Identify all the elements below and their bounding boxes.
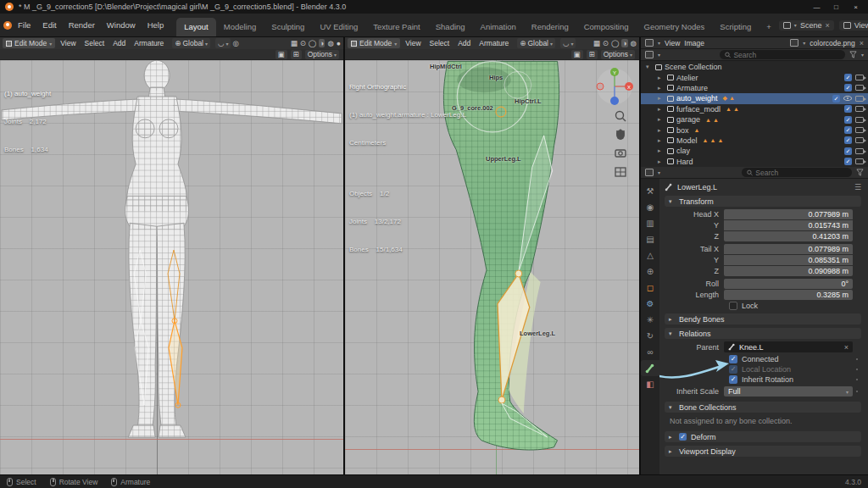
image-menu-image[interactable]: Image: [684, 39, 704, 47]
shading-material-icon[interactable]: ◍: [631, 39, 637, 47]
menu-add[interactable]: Add: [454, 39, 474, 47]
camera-icon[interactable]: [855, 158, 864, 164]
outliner-row-auto-weight[interactable]: ▸ auto_weight ◆▲ ✓: [641, 93, 868, 103]
outliner-search[interactable]: [720, 50, 845, 59]
active-bone-name[interactable]: LowerLeg.L: [677, 183, 717, 191]
length-field[interactable]: 0.3285 m: [724, 290, 853, 300]
shading-solid-icon[interactable]: ◑: [319, 39, 325, 47]
xray-toggle-icon[interactable]: ▦: [593, 39, 600, 47]
deform-panel-header[interactable]: ▸ ✓ Deform: [665, 431, 861, 442]
disclosure-icon[interactable]: ▸: [658, 75, 665, 81]
local-location-checkbox[interactable]: ✓: [729, 365, 737, 374]
gizmo-x-negative[interactable]: [597, 83, 604, 90]
image-datablock-icon[interactable]: [790, 39, 798, 47]
inherit-rotation-checkbox[interactable]: ✓: [729, 375, 737, 384]
disclosure-icon[interactable]: ▸: [658, 137, 665, 144]
tab-object-icon[interactable]: ◻: [641, 280, 659, 296]
overlays-icon[interactable]: ⊙: [300, 39, 306, 47]
image-name[interactable]: colorcode.png: [810, 39, 854, 47]
exclude-checkbox[interactable]: ✓: [844, 158, 852, 165]
pan-hand-icon[interactable]: [616, 130, 625, 141]
tab-render-icon[interactable]: ◉: [641, 199, 659, 215]
panel-menu-icon[interactable]: ☰: [854, 183, 861, 191]
disclosure-icon[interactable]: ▸: [658, 85, 665, 92]
exclude-checkbox[interactable]: ✓: [844, 116, 852, 124]
unlink-image-icon[interactable]: ×: [860, 39, 864, 47]
grid-snap-button[interactable]: ⊞: [587, 50, 598, 59]
eye-icon[interactable]: [843, 96, 852, 101]
image-editor-type-icon[interactable]: [645, 39, 654, 47]
exclude-checkbox[interactable]: ✓: [832, 95, 840, 103]
inherit-scale-dropdown[interactable]: Full ▾: [724, 386, 853, 396]
outliner-row-scene-collection[interactable]: ▾ Scene Collection: [641, 62, 868, 72]
navigation-gizmo[interactable]: X Y: [595, 67, 634, 106]
outliner-row-box[interactable]: ▸ box ▲ ✓: [641, 125, 868, 135]
camera-icon[interactable]: [855, 137, 864, 143]
unlink-scene-icon[interactable]: ×: [825, 21, 829, 30]
disclosure-icon[interactable]: ▸: [658, 147, 665, 154]
tab-compositing[interactable]: Compositing: [576, 18, 637, 36]
outliner-row-armature[interactable]: ▸ Armature ✓: [641, 83, 868, 93]
properties-search[interactable]: [742, 168, 852, 177]
outliner-type-icon[interactable]: [645, 51, 654, 58]
disclosure-icon[interactable]: ▸: [658, 127, 665, 134]
menu-view[interactable]: View: [402, 39, 424, 47]
bone-collections-panel-header[interactable]: ▾ Bone Collections: [665, 402, 861, 413]
menu-file[interactable]: File: [12, 19, 36, 31]
shading-material-icon[interactable]: ◍: [327, 39, 333, 47]
tail-y-field[interactable]: 0.085351 m: [724, 255, 853, 265]
exclude-checkbox[interactable]: ✓: [844, 84, 852, 92]
zoom-icon[interactable]: [616, 112, 626, 122]
tab-texture-paint[interactable]: Texture Paint: [365, 18, 427, 36]
tab-uv-editing[interactable]: UV Editing: [312, 18, 365, 36]
tail-x-field[interactable]: 0.077989 m: [724, 244, 853, 254]
exclude-checkbox[interactable]: ✓: [844, 74, 852, 81]
snap-controls[interactable]: ◡ ▾: [560, 38, 576, 48]
shading-wireframe-icon[interactable]: ◯: [611, 39, 620, 47]
overlays-icon[interactable]: ⊙: [603, 39, 609, 47]
image-menu-view[interactable]: View: [665, 39, 680, 47]
shading-solid-icon[interactable]: ◑: [621, 39, 627, 47]
properties-search-input[interactable]: [755, 169, 847, 177]
parent-selector[interactable]: Knee.L ×: [724, 341, 853, 352]
disclosure-icon[interactable]: ▸: [658, 95, 665, 102]
tab-animation[interactable]: Animation: [473, 18, 524, 36]
tab-sculpting[interactable]: Sculpting: [264, 18, 312, 36]
options-dropdown[interactable]: Options ▾: [601, 50, 635, 59]
head-z-field[interactable]: 0.41203 m: [724, 231, 853, 241]
tab-scene-icon[interactable]: △: [641, 247, 659, 263]
tab-physics-icon[interactable]: ↻: [641, 328, 659, 344]
camera-icon[interactable]: [855, 85, 864, 91]
tab-scripting[interactable]: Scripting: [712, 18, 759, 36]
filter-funnel-icon[interactable]: [856, 169, 864, 176]
menu-render[interactable]: Render: [63, 19, 101, 31]
viewport-left-canvas[interactable]: (1) auto_weight Joints 2,172 Bones 1,634: [0, 60, 343, 474]
tab-modeling[interactable]: Modeling: [216, 18, 264, 36]
camera-icon[interactable]: [855, 75, 864, 80]
outliner-row-atelier[interactable]: ▸ Atelier ✓: [641, 72, 868, 82]
tab-modifiers-icon[interactable]: ⚙: [641, 296, 659, 312]
orientation-selector[interactable]: ⊕ Global ▾: [517, 38, 555, 48]
viewport-right-canvas[interactable]: Right Orthographic (1) auto_weight.armat…: [345, 60, 639, 474]
tab-rendering[interactable]: Rendering: [524, 18, 576, 36]
bendy-bones-panel-header[interactable]: ▸ Bendy Bones: [665, 313, 861, 324]
add-workspace-button[interactable]: +: [759, 18, 779, 36]
proportional-edit-icon[interactable]: ◎: [232, 39, 238, 47]
exclude-checkbox[interactable]: ✓: [844, 147, 852, 155]
tab-shading[interactable]: Shading: [428, 18, 473, 36]
tab-texture-icon[interactable]: ◧: [641, 376, 659, 392]
tab-world-icon[interactable]: ⊕: [641, 263, 659, 280]
outliner-row-garage[interactable]: ▸ garage ▲▲ ✓: [641, 114, 868, 125]
menu-window[interactable]: Window: [101, 19, 142, 31]
transform-pivot-button[interactable]: ▣: [275, 50, 287, 59]
tab-output-icon[interactable]: ▥: [641, 215, 659, 231]
disclosure-icon[interactable]: ▾: [646, 64, 653, 70]
tab-layout[interactable]: Layout: [176, 18, 216, 36]
disclosure-icon[interactable]: ▸: [658, 106, 665, 113]
camera-icon[interactable]: [855, 127, 864, 133]
exclude-checkbox[interactable]: ✓: [844, 126, 852, 134]
camera-icon[interactable]: [855, 148, 864, 154]
orientation-selector[interactable]: ⊕ Global ▾: [172, 38, 210, 48]
perspective-toggle-icon[interactable]: [615, 168, 626, 176]
tail-z-field[interactable]: 0.090988 m: [724, 266, 853, 276]
